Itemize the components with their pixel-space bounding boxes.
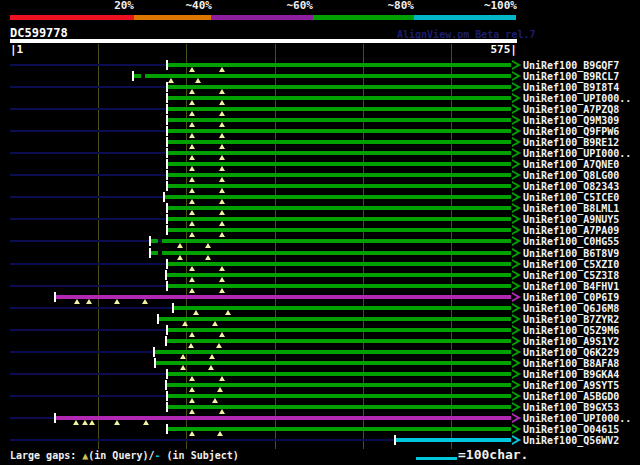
hit-arrowhead-inner	[512, 216, 517, 222]
query-gap-marker	[189, 188, 195, 193]
hit-arrowhead-inner	[512, 415, 517, 421]
hit-label[interactable]: UniRef100_UPI000..	[523, 413, 631, 424]
hit-label[interactable]: UniRef100_B7ZYR2	[523, 314, 619, 325]
hit-bar[interactable]	[162, 239, 511, 243]
hit-label[interactable]: UniRef100_C0P6I9	[523, 292, 619, 303]
query-gap-marker	[219, 67, 225, 72]
query-gap-marker	[189, 376, 195, 381]
hit-label[interactable]: UniRef100_A9S1Y2	[523, 336, 619, 347]
hit-label[interactable]: UniRef100_O04615	[523, 424, 619, 435]
hit-label[interactable]: UniRef100_Q56WV2	[523, 435, 619, 446]
query-gap-marker	[219, 210, 225, 215]
query-gap-marker	[189, 387, 195, 392]
query-gap-marker	[219, 122, 225, 127]
query-gap-marker	[180, 354, 186, 359]
query-gap-marker	[189, 210, 195, 215]
scale-segment	[313, 15, 414, 20]
hit-label[interactable]: UniRef100_Q6K229	[523, 347, 619, 358]
ruler-bar	[10, 39, 517, 43]
hit-bar[interactable]	[151, 239, 158, 243]
hit-label[interactable]: UniRef100_UPI000..	[523, 148, 631, 159]
query-gap-marker	[208, 365, 214, 370]
query-gap-marker	[219, 111, 225, 116]
query-gap-marker	[217, 387, 223, 392]
query-gap-marker	[189, 67, 195, 72]
query-gap-marker	[219, 221, 225, 226]
hit-bar[interactable]	[134, 74, 141, 78]
hit-arrowhead-inner	[512, 250, 517, 256]
query-gap-marker	[189, 155, 195, 160]
query-gap-marker	[73, 420, 79, 425]
hit-arrowhead-inner	[512, 183, 517, 189]
hit-label[interactable]: UniRef100_C5Z3I8	[523, 270, 619, 281]
hit-bar[interactable]	[162, 251, 511, 255]
hit-arrowhead-inner	[512, 84, 517, 90]
hit-arrowhead-inner	[512, 305, 517, 311]
hit-arrowhead-inner	[512, 194, 517, 200]
hit-label[interactable]: UniRef100_Q6J6M8	[523, 303, 619, 314]
hit-label[interactable]: UniRef100_B8LML1	[523, 203, 619, 214]
query-gap-marker	[114, 420, 120, 425]
hit-label[interactable]: UniRef100_C5XZI0	[523, 259, 619, 270]
hit-bar[interactable]	[56, 295, 511, 299]
hit-label[interactable]: UniRef100_B4FHV1	[523, 281, 619, 292]
hit-label[interactable]: UniRef100_B9I8T4	[523, 82, 619, 93]
hit-bar[interactable]	[168, 394, 511, 398]
query-gap-marker	[189, 133, 195, 138]
query-gap-marker	[219, 89, 225, 94]
hit-label[interactable]: UniRef100_A7PZQ8	[523, 104, 619, 115]
hit-label[interactable]: UniRef100_B9GX53	[523, 402, 619, 413]
hit-arrowhead-inner	[512, 62, 517, 68]
hit-arrowhead-inner	[512, 437, 517, 443]
scale-segment-label: ~40%	[186, 0, 213, 12]
hit-arrowhead-inner	[512, 404, 517, 410]
hit-label[interactable]: UniRef100_A7QNE0	[523, 159, 619, 170]
hit-label[interactable]: UniRef100_O82343	[523, 181, 619, 192]
hit-label[interactable]: UniRef100_B9RCL7	[523, 71, 619, 82]
query-gap-marker	[189, 100, 195, 105]
hit-arrowhead-inner	[512, 272, 517, 278]
hit-label[interactable]: UniRef100_A5BGD0	[523, 391, 619, 402]
hit-label[interactable]: UniRef100_A9NUY5	[523, 214, 619, 225]
hit-label[interactable]: UniRef100_Q5Z9M6	[523, 325, 619, 336]
hit-label[interactable]: UniRef100_A9SYT5	[523, 380, 619, 391]
scale-legend-line	[416, 457, 457, 460]
hit-arrowhead-inner	[512, 161, 517, 167]
hit-label[interactable]: UniRef100_B8AFA8	[523, 358, 619, 369]
hit-label[interactable]: UniRef100_Q9FPW6	[523, 126, 619, 137]
hit-label[interactable]: UniRef100_Q8LG00	[523, 170, 619, 181]
hit-label[interactable]: UniRef100_B6T8V9	[523, 248, 619, 259]
hit-bar[interactable]	[165, 195, 511, 199]
hit-label[interactable]: UniRef100_B9RE12	[523, 137, 619, 148]
hit-arrowhead-inner	[512, 371, 517, 377]
hit-label[interactable]: UniRef100_UPI000..	[523, 93, 631, 104]
scale-segment	[10, 15, 134, 20]
scale-segment-label: ~100%	[484, 0, 517, 12]
query-gap-marker	[217, 431, 223, 436]
hit-label[interactable]: UniRef100_B9GQF7	[523, 60, 619, 71]
query-gap-marker	[225, 310, 231, 315]
query-gap-marker	[205, 255, 211, 260]
query-gap-marker	[195, 78, 201, 83]
scale-segment-label: ~60%	[287, 0, 314, 12]
hit-label[interactable]: UniRef100_A7PA09	[523, 225, 619, 236]
hit-label[interactable]: UniRef100_Q9M309	[523, 115, 619, 126]
query-gap-marker	[189, 177, 195, 182]
gaps-legend-suffix: (in Subject)	[161, 450, 239, 461]
alignview-result-page: 20%~40%~60%~80%~100% DC599778 AlignView.…	[0, 0, 640, 465]
query-gap-marker	[143, 420, 149, 425]
hit-bar[interactable]	[396, 438, 511, 442]
hit-label[interactable]: UniRef100_C0HG55	[523, 236, 619, 247]
hit-arrowhead-inner	[512, 360, 517, 366]
hit-bar[interactable]	[151, 251, 158, 255]
hit-arrowhead-inner	[512, 338, 517, 344]
hit-bar[interactable]	[56, 416, 511, 420]
query-gap-marker	[177, 255, 183, 260]
hit-label[interactable]: UniRef100_B9GKA4	[523, 369, 619, 380]
hit-label[interactable]: UniRef100_C5ICE0	[523, 192, 619, 203]
ruler-start-label: |1	[10, 44, 23, 56]
query-gap-marker	[114, 299, 120, 304]
query-gap-marker	[205, 243, 211, 248]
hit-arrowhead-inner	[512, 261, 517, 267]
query-gap-marker	[209, 354, 215, 359]
